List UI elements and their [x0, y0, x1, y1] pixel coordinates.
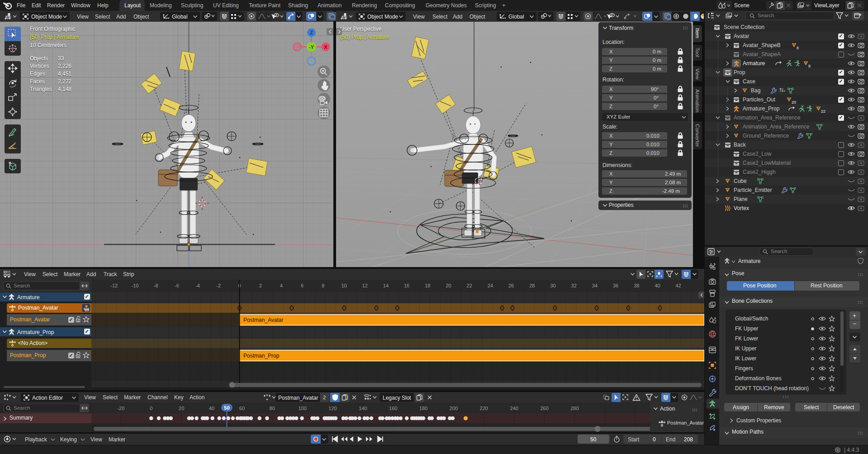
svg-text:28: 28: [529, 283, 535, 288]
svg-text:22: 22: [467, 283, 472, 288]
svg-text:30: 30: [550, 283, 555, 288]
svg-text:260: 260: [540, 406, 548, 411]
svg-text:40: 40: [655, 283, 660, 288]
svg-text:-12: -12: [110, 283, 118, 288]
svg-text:12: 12: [362, 283, 368, 288]
svg-text:36: 36: [613, 283, 618, 288]
svg-text:120: 120: [328, 406, 337, 411]
svg-text:20: 20: [179, 406, 184, 411]
svg-text:2: 2: [259, 283, 262, 288]
svg-text:50: 50: [224, 405, 230, 411]
svg-text:240: 240: [510, 406, 518, 411]
svg-text:24: 24: [488, 283, 493, 288]
svg-text:-4: -4: [195, 283, 200, 288]
svg-text:-Y: -Y: [309, 44, 314, 50]
svg-text:280: 280: [570, 406, 579, 411]
svg-text:18: 18: [425, 283, 430, 288]
svg-text:32: 32: [571, 283, 577, 288]
svg-text:0: 0: [150, 406, 152, 411]
svg-text:-20: -20: [117, 406, 124, 411]
svg-text:38: 38: [634, 283, 639, 288]
svg-text:100: 100: [298, 406, 306, 411]
svg-text:-6: -6: [175, 283, 179, 288]
svg-text:-8: -8: [154, 283, 158, 288]
svg-text:8: 8: [322, 283, 324, 288]
svg-text:14: 14: [383, 283, 389, 288]
svg-text:26: 26: [508, 283, 514, 288]
svg-text:Postman_Prop: Postman_Prop: [243, 353, 280, 359]
svg-text:80: 80: [270, 406, 275, 411]
svg-text:Postman_Avatar: Postman_Avatar: [243, 317, 284, 323]
svg-text:4: 4: [280, 283, 283, 288]
svg-text:140: 140: [359, 406, 367, 411]
svg-text:34: 34: [592, 283, 598, 288]
svg-text:180: 180: [419, 406, 427, 411]
svg-text:42: 42: [676, 283, 681, 288]
svg-text:X: X: [324, 44, 327, 50]
svg-text:-10: -10: [132, 283, 139, 288]
svg-text:-2: -2: [216, 283, 221, 288]
svg-text:Z: Z: [310, 30, 313, 35]
svg-text:6: 6: [301, 283, 304, 288]
svg-text:10: 10: [341, 283, 346, 288]
svg-text:60: 60: [239, 406, 245, 411]
svg-text:200: 200: [450, 406, 458, 411]
svg-text:220: 220: [480, 406, 488, 411]
svg-text:16: 16: [404, 283, 409, 288]
svg-text:40: 40: [209, 406, 214, 411]
svg-text:160: 160: [389, 406, 397, 411]
svg-text:20: 20: [446, 283, 451, 288]
